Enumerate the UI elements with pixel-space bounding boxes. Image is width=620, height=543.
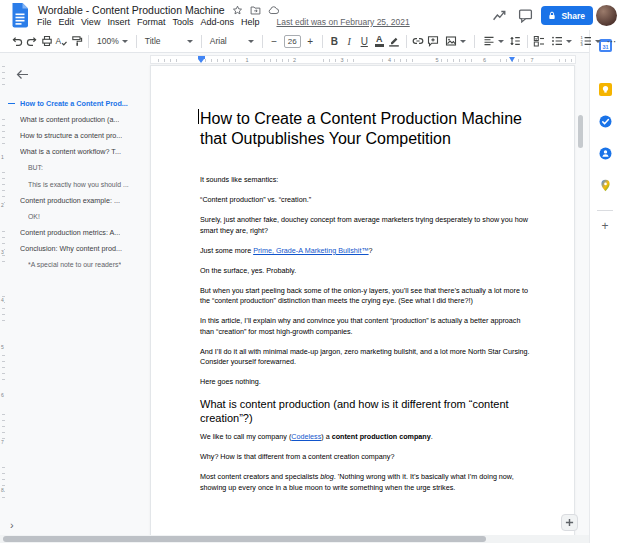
outline-item[interactable]: *A special note to our readers*	[8, 257, 146, 273]
cloud-status-icon[interactable]	[268, 5, 279, 16]
doc-link[interactable]: Prime, Grade-A Marketing Bullshit™	[253, 246, 368, 255]
menubar: FileEditViewInsertFormatToolsAdd-onsHelp…	[37, 17, 410, 27]
chevron-down-icon	[460, 40, 466, 43]
insert-link-button[interactable]	[411, 33, 426, 50]
avatar[interactable]	[596, 5, 617, 26]
zoom-select[interactable]: 100%	[93, 36, 132, 46]
contacts-icon[interactable]	[598, 146, 612, 160]
outline-item-label: Conclusion: Why content prod...	[20, 244, 122, 253]
docs-logo-icon[interactable]	[10, 3, 30, 28]
menu-insert[interactable]: Insert	[107, 17, 130, 27]
menu-edit[interactable]: Edit	[59, 17, 75, 27]
decrease-font-button[interactable]: −	[267, 33, 282, 50]
right-indent-marker[interactable]	[509, 57, 515, 62]
font-select[interactable]: Arial	[206, 36, 258, 46]
outline-item[interactable]: BUT:	[8, 160, 146, 176]
print-button[interactable]	[39, 33, 54, 50]
spellcheck-button[interactable]: A	[54, 33, 69, 50]
menu-tools[interactable]: Tools	[172, 17, 193, 27]
doc-paragraph[interactable]: It sounds like semantics:	[200, 175, 533, 186]
redo-button[interactable]	[24, 33, 39, 50]
doc-heading[interactable]: What is content production (and how is i…	[200, 397, 533, 425]
menu-format[interactable]: Format	[137, 17, 166, 27]
bulleted-list-button[interactable]	[547, 35, 576, 47]
doc-paragraph[interactable]: Here goes nothing.	[200, 377, 533, 388]
outline-item[interactable]: Content production metrics: A...	[8, 225, 146, 241]
insert-image-button[interactable]	[441, 35, 470, 47]
doc-paragraph[interactable]: Just some more Prime, Grade-A Marketing …	[200, 246, 533, 257]
add-comment-button[interactable]	[426, 33, 441, 50]
doc-text: We like to call my company (	[200, 432, 291, 441]
ruler-number: 6	[1, 392, 4, 398]
doc-paragraph[interactable]: In this article, I’ll explain why and co…	[200, 316, 533, 337]
move-folder-icon[interactable]	[250, 5, 261, 16]
doc-paragraph[interactable]: Surely, just another fake, douchey conce…	[200, 215, 533, 236]
italic-button[interactable]: I	[342, 33, 357, 50]
horizontal-scrollbar[interactable]	[0, 535, 589, 543]
tasks-icon[interactable]	[598, 114, 612, 128]
numbered-list-button[interactable]: 123	[576, 35, 605, 47]
doc-heading-title[interactable]: How to Create a Content Production Machi…	[200, 109, 534, 149]
outline-item[interactable]: What is content production (a...	[8, 111, 146, 127]
bold-button[interactable]: B	[327, 33, 342, 50]
text-color-button[interactable]: A	[372, 33, 387, 50]
doc-paragraph[interactable]: Why? How is that different from a conten…	[200, 452, 533, 463]
horizontal-ruler[interactable]: 1234567	[150, 55, 576, 64]
outline-item[interactable]: How to structure a content pro...	[8, 127, 146, 143]
outline-item[interactable]: Conclusion: Why content prod...	[8, 241, 146, 257]
text-cursor	[198, 109, 199, 124]
star-icon[interactable]	[232, 5, 243, 16]
paint-format-button[interactable]	[69, 33, 84, 50]
menu-view[interactable]: View	[81, 17, 100, 27]
doc-paragraph[interactable]: Most content creators and specialists bl…	[200, 472, 533, 493]
keep-icon[interactable]	[598, 82, 612, 96]
menu-help[interactable]: Help	[241, 17, 260, 27]
get-add-ons-button[interactable]: +	[601, 221, 608, 231]
outline-item[interactable]: Content production example: ...	[8, 192, 146, 208]
outline-item-label: This is exactly how you should ...	[28, 181, 129, 188]
menu-addons[interactable]: Add-ons	[200, 17, 234, 27]
doc-text: .	[431, 432, 433, 441]
document-page[interactable]: How to Create a Content Production Machi…	[150, 65, 575, 535]
rail-divider	[597, 210, 613, 211]
left-indent-marker[interactable]	[198, 56, 205, 59]
outline-item-label: BUT:	[28, 164, 43, 171]
maps-icon[interactable]	[598, 178, 612, 192]
menu-file[interactable]: File	[37, 17, 52, 27]
outline-item[interactable]: OK!	[8, 208, 146, 224]
underline-button[interactable]: U	[357, 33, 372, 50]
hide-side-panel-button[interactable]: ›	[10, 519, 609, 531]
doc-link[interactable]: Codeless	[291, 432, 321, 441]
outline-item[interactable]: This is exactly how you should ...	[8, 176, 146, 192]
share-button[interactable]: Share	[541, 6, 593, 25]
undo-button[interactable]	[9, 33, 24, 50]
increase-font-button[interactable]: +	[303, 33, 318, 50]
more-options-button[interactable]: ⋯	[605, 33, 620, 50]
outline-item[interactable]: What is a content workflow? T...	[8, 144, 146, 160]
font-size-input[interactable]: 26	[284, 35, 301, 48]
line-spacing-button[interactable]	[508, 33, 523, 50]
chevron-down-icon	[248, 40, 254, 43]
horizontal-scrollbar-thumb[interactable]	[3, 536, 486, 542]
document-title[interactable]: Wordable - Content Production Machine	[38, 4, 225, 16]
highlight-color-button[interactable]	[387, 33, 402, 50]
vertical-scrollbar[interactable]	[578, 115, 583, 148]
doc-paragraph[interactable]: On the surface, yes. Probably.	[200, 266, 533, 277]
outline-item-label: What is content production (a...	[20, 115, 119, 124]
insights-icon[interactable]	[492, 8, 508, 24]
close-outline-button[interactable]	[16, 69, 30, 81]
styles-select[interactable]: Title	[141, 36, 197, 46]
last-edit-link[interactable]: Last edit was on February 25, 2021	[276, 17, 409, 27]
outline-item-label: How to structure a content pro...	[20, 131, 122, 140]
header-bar: Wordable - Content Production Machine Fi…	[0, 0, 620, 30]
doc-paragraph[interactable]: But when you start peeling back some of …	[200, 286, 533, 307]
align-button[interactable]	[479, 35, 508, 47]
comments-icon[interactable]	[518, 8, 534, 24]
doc-paragraph[interactable]: We like to call my company (Codeless) a …	[200, 432, 533, 443]
outline-list: How to Create a Content Prod...What is c…	[8, 95, 146, 273]
doc-paragraph[interactable]: “Content production” vs. “creation.”	[200, 195, 533, 206]
vertical-ruler[interactable]: 12345678	[0, 53, 8, 535]
checklist-button[interactable]	[532, 33, 547, 50]
outline-item[interactable]: How to Create a Content Prod...	[8, 95, 146, 111]
doc-paragraph[interactable]: And I’ll do it all with minimal made-up …	[200, 347, 533, 368]
